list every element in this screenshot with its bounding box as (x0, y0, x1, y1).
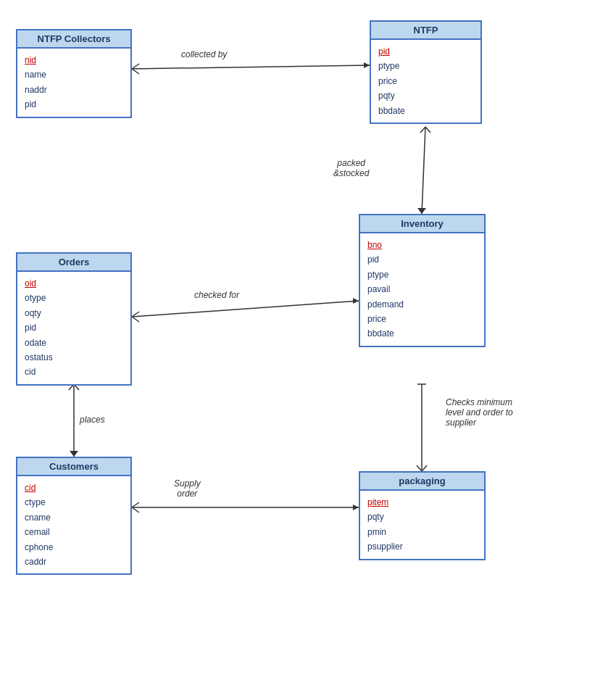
rel-label-collected-by: collected by (181, 49, 227, 59)
attr-bno: bno (367, 238, 477, 252)
attr-pid-ntfp: pid (378, 44, 473, 59)
attr-pqty-ntfp: pqty (378, 88, 473, 103)
entity-inventory-body: bno pid ptype pavail pdemand price bbdat… (360, 233, 484, 346)
svg-line-18 (132, 507, 139, 512)
attr-caddr: caddr (25, 555, 123, 569)
attr-pitem: pitem (367, 495, 477, 510)
svg-line-6 (425, 127, 430, 133)
attr-nid: nid (25, 53, 123, 67)
entity-ntfp-collectors-title: NTFP Collectors (17, 30, 130, 49)
rel-label-supply-order: Supplyorder (174, 478, 201, 499)
attr-cname: cname (25, 510, 123, 525)
attr-otype: otype (25, 291, 123, 305)
attr-cphone: cphone (25, 540, 123, 555)
svg-line-0 (132, 65, 370, 69)
svg-line-1 (132, 64, 139, 69)
attr-price-ntfp: price (378, 74, 473, 88)
rel-label-checks-min: Checks minimumlevel and order tosupplier (446, 397, 540, 428)
entity-ntfp: NTFP pid ptype price pqty bbdate (370, 20, 482, 124)
attr-pavail: pavail (367, 282, 477, 296)
entity-ntfp-collectors-body: nid name naddr pid (17, 49, 130, 117)
attr-cemail: cemail (25, 525, 123, 539)
svg-marker-11 (353, 298, 359, 304)
diagram-canvas: collected by packed&stocked checked for … (0, 0, 616, 685)
attr-odate: odate (25, 336, 123, 350)
attr-ptype-ntfp: ptype (378, 59, 473, 73)
entity-packaging-body: pitem pqty pmin psupplier (360, 491, 484, 559)
attr-bbdate-ntfp: bbdate (378, 104, 473, 118)
svg-marker-15 (70, 451, 78, 457)
attr-bbdate-inventory: bbdate (367, 326, 477, 341)
svg-line-21 (417, 465, 422, 471)
attr-pqty-pkg: pqty (367, 510, 477, 524)
svg-marker-7 (417, 208, 426, 214)
attr-cid: cid (25, 481, 123, 495)
entity-orders: Orders oid otype oqty pid odate ostatus … (16, 252, 132, 386)
entity-packaging: packaging pitem pqty pmin psupplier (359, 471, 486, 560)
entity-orders-title: Orders (17, 254, 130, 272)
attr-cid-orders: cid (25, 365, 123, 379)
entity-ntfp-body: pid ptype price pqty bbdate (371, 40, 480, 123)
attr-price-inventory: price (367, 312, 477, 326)
attr-pid-inventory: pid (367, 252, 477, 267)
svg-marker-19 (353, 505, 359, 510)
svg-line-9 (132, 312, 139, 317)
entity-orders-body: oid otype oqty pid odate ostatus cid (17, 272, 130, 384)
attr-pmin: pmin (367, 525, 477, 539)
svg-line-2 (132, 69, 139, 74)
entity-customers: Customers cid ctype cname cemail cphone … (16, 457, 132, 575)
svg-line-8 (132, 301, 359, 317)
attr-pid-collectors: pid (25, 97, 123, 112)
attr-ostatus: ostatus (25, 350, 123, 365)
rel-label-packed: packed&stocked (333, 158, 369, 178)
svg-line-10 (132, 317, 139, 322)
entity-customers-title: Customers (17, 458, 130, 476)
rel-label-checked-for: checked for (194, 290, 239, 300)
attr-pdemand: pdemand (367, 297, 477, 312)
attr-name: name (25, 67, 123, 82)
attr-oid: oid (25, 276, 123, 291)
entity-customers-body: cid ctype cname cemail cphone caddr (17, 476, 130, 573)
attr-ctype: ctype (25, 495, 123, 510)
entity-inventory: Inventory bno pid ptype pavail pdemand p… (359, 214, 486, 347)
svg-line-5 (420, 127, 425, 133)
entity-ntfp-collectors: NTFP Collectors nid name naddr pid (16, 29, 132, 118)
entity-inventory-title: Inventory (360, 215, 484, 233)
svg-line-22 (422, 465, 427, 471)
svg-marker-3 (364, 62, 370, 68)
attr-ptype-inventory: ptype (367, 267, 477, 282)
rel-label-places: places (80, 415, 105, 425)
attr-naddr: naddr (25, 83, 123, 97)
entity-packaging-title: packaging (360, 473, 484, 491)
entity-ntfp-title: NTFP (371, 22, 480, 40)
attr-psupplier: psupplier (367, 539, 477, 554)
attr-oqty: oqty (25, 306, 123, 320)
svg-line-17 (132, 502, 139, 507)
svg-line-4 (422, 127, 425, 214)
attr-pid-orders: pid (25, 320, 123, 335)
